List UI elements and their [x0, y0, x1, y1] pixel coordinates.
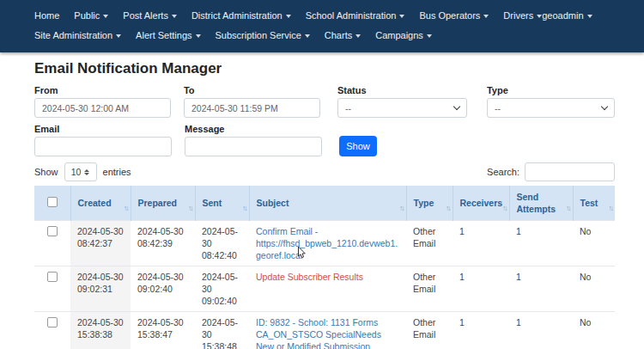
- column-header-sent[interactable]: Sent↑↓: [195, 186, 249, 221]
- top-navbar: HomePublicPost AlertsDistrict Administra…: [0, 0, 644, 52]
- sent-cell: 2024-05-30 15:38:48: [195, 312, 249, 349]
- row-select-cell: [34, 312, 70, 349]
- message-label: Message: [185, 124, 322, 134]
- sort-icon: ↑↓: [566, 202, 570, 214]
- sort-icon: ↑↓: [188, 202, 192, 214]
- column-header-created[interactable]: Created↑↓: [70, 186, 131, 221]
- type-select-value: --: [495, 103, 501, 113]
- chevron-down-icon: [453, 103, 460, 110]
- notifications-table: Created↑↓Prepared↑↓Sent↑↓Subject↑↓Type↑↓…: [34, 186, 615, 349]
- page-size-select[interactable]: 10: [64, 162, 97, 181]
- subject-link[interactable]: Update Subscriber Results: [256, 272, 363, 282]
- status-label: Status: [337, 85, 467, 95]
- nav-item-charts[interactable]: Charts: [325, 26, 361, 46]
- subject-cell: ID: 9832 - School: 1131 Forms CA_ON_STSC…: [249, 312, 406, 349]
- sort-icon: ↑↓: [399, 202, 404, 214]
- nav-item-site-administration[interactable]: Site Administration: [34, 26, 121, 46]
- nav-item-campaigns[interactable]: Campaigns: [375, 26, 432, 46]
- select-all-checkbox[interactable]: [47, 197, 58, 207]
- nav-item-alert-settings[interactable]: Alert Settings: [136, 26, 200, 46]
- column-label: Send Attempts: [517, 192, 556, 214]
- nav-item-public[interactable]: Public: [74, 6, 108, 26]
- prepared-cell: 2024-05-30 09:02:40: [131, 266, 195, 312]
- sort-icon: ↑↓: [446, 202, 450, 214]
- filter-form: From To Status -- Type --: [34, 85, 615, 156]
- row-select-cell: [34, 221, 70, 266]
- search-input[interactable]: [525, 162, 615, 181]
- nav-item-subscription-service[interactable]: Subscription Service: [216, 26, 310, 46]
- caret-down-icon: [196, 34, 201, 38]
- created-cell: 2024-05-30 08:42:37: [70, 221, 131, 266]
- user-menu[interactable]: geoadmin: [542, 6, 592, 26]
- column-header-receivers[interactable]: Receivers↑↓: [453, 186, 509, 221]
- to-label: To: [184, 85, 320, 95]
- caret-down-icon: [483, 15, 489, 18]
- from-input[interactable]: [34, 98, 171, 118]
- email-label: Email: [34, 124, 172, 134]
- nav-item-district-administration[interactable]: District Administration: [191, 6, 291, 26]
- caret-down-icon: [427, 34, 432, 38]
- email-input[interactable]: [34, 137, 172, 156]
- chevron-down-icon: [601, 103, 608, 110]
- send-attempts-cell: 1: [509, 221, 573, 266]
- sort-icon: ↑↓: [242, 202, 246, 214]
- type-cell: Other Email: [406, 266, 453, 312]
- column-label: Sent: [203, 198, 222, 208]
- subject-link[interactable]: Confirm Email - https://fhsd_bpweb_1210.…: [256, 226, 398, 260]
- column-header-type[interactable]: Type↑↓: [406, 186, 453, 221]
- nav-item-post-alerts[interactable]: Post Alerts: [123, 6, 177, 26]
- sort-icon: ↑↓: [502, 202, 507, 214]
- page-title: Email Notification Manager: [34, 60, 615, 77]
- row-checkbox[interactable]: [47, 317, 58, 328]
- message-input[interactable]: [185, 137, 322, 156]
- caret-down-icon: [286, 15, 291, 18]
- nav-item-home[interactable]: Home: [34, 6, 59, 26]
- type-select[interactable]: --: [487, 98, 615, 118]
- column-header-prepared[interactable]: Prepared↑↓: [131, 186, 195, 221]
- receivers-cell: 1: [453, 312, 509, 349]
- table-row: 2024-05-30 15:38:382024-05-30 15:38:4720…: [34, 312, 615, 349]
- select-all-header[interactable]: [34, 186, 70, 221]
- column-label: Receivers: [460, 198, 503, 208]
- show-button[interactable]: Show: [339, 136, 377, 156]
- caret-down-icon: [116, 34, 121, 38]
- main-content: Email Notification Manager From To Statu…: [0, 52, 644, 349]
- to-input[interactable]: [184, 98, 320, 118]
- entries-label: entries: [103, 167, 131, 177]
- nav-item-school-administration[interactable]: School Administration: [306, 6, 405, 26]
- send-attempts-cell: 1: [509, 312, 573, 349]
- row-checkbox[interactable]: [47, 272, 58, 282]
- test-cell: No: [573, 266, 615, 312]
- column-header-send-attempts[interactable]: Send Attempts↑↓: [509, 186, 573, 221]
- prepared-cell: 2024-05-30 15:38:47: [131, 312, 195, 349]
- table-row: 2024-05-30 08:42:372024-05-30 08:42:3920…: [34, 221, 615, 266]
- prepared-cell: 2024-05-30 08:42:39: [131, 221, 195, 266]
- status-select-value: --: [345, 103, 351, 113]
- user-menu-label: geoadmin: [542, 6, 583, 26]
- subject-link[interactable]: ID: 9832 - School: 1131 Forms CA_ON_STSC…: [256, 317, 398, 349]
- column-label: Subject: [257, 198, 289, 208]
- created-cell: 2024-05-30 09:02:31: [70, 266, 131, 312]
- status-select[interactable]: --: [337, 98, 467, 118]
- column-header-subject[interactable]: Subject↑↓: [249, 186, 406, 221]
- column-label: Prepared: [138, 198, 178, 208]
- nav-item-bus-operators[interactable]: Bus Operators: [419, 6, 489, 26]
- row-checkbox[interactable]: [47, 226, 58, 236]
- column-label: Test: [580, 198, 598, 208]
- search-label: Search:: [487, 167, 519, 177]
- show-entries-label: Show: [34, 167, 58, 177]
- type-cell: Other Email: [406, 312, 453, 349]
- subject-cell: Confirm Email - https://fhsd_bpweb_1210.…: [249, 221, 406, 266]
- nav-item-drivers[interactable]: Drivers: [503, 6, 542, 26]
- test-cell: No: [573, 312, 615, 349]
- receivers-cell: 1: [453, 221, 509, 266]
- sort-icon: ↑↓: [609, 202, 613, 214]
- receivers-cell: 1: [453, 266, 509, 312]
- list-controls: Show 10 entries Search:: [34, 162, 615, 181]
- caret-down-icon: [399, 15, 404, 18]
- type-label: Type: [487, 85, 615, 95]
- column-header-test[interactable]: Test↑↓: [573, 186, 615, 221]
- row-select-cell: [34, 266, 70, 312]
- sent-cell: 2024-05-30 09:02:40: [195, 266, 249, 312]
- column-label: Created: [78, 198, 112, 208]
